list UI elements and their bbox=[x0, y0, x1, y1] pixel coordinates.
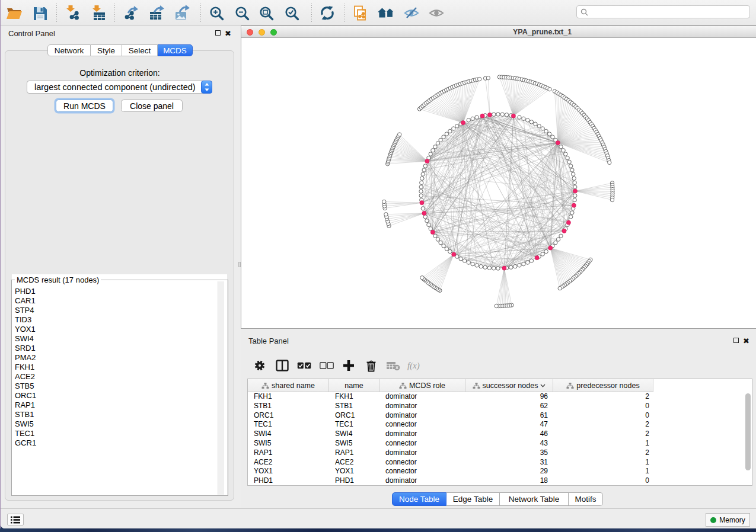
open-file-icon[interactable] bbox=[5, 4, 23, 22]
deselect-all-icon[interactable] bbox=[318, 358, 336, 373]
search-input[interactable] bbox=[588, 8, 736, 16]
result-node-item[interactable]: FKH1 bbox=[15, 363, 36, 372]
tab-style[interactable]: Style bbox=[91, 44, 122, 56]
export-table-icon[interactable] bbox=[148, 4, 165, 22]
zoom-fit-icon[interactable] bbox=[257, 4, 275, 22]
node-table[interactable]: shared namename MCDS role successor node… bbox=[247, 379, 752, 486]
save-session-icon[interactable] bbox=[31, 4, 49, 22]
tab-motifs[interactable]: Motifs bbox=[569, 492, 603, 506]
cell-successor_nodes: 61 bbox=[465, 411, 548, 421]
tab-mcds[interactable]: MCDS bbox=[158, 44, 193, 56]
table-row[interactable]: ACE2ACE2connector311 bbox=[248, 458, 752, 467]
table-row[interactable]: TEC1TEC1connector472 bbox=[248, 420, 752, 430]
network-view[interactable] bbox=[241, 39, 756, 329]
column-header-MCDS-role[interactable]: MCDS role bbox=[379, 379, 465, 392]
zoom-traffic-light[interactable] bbox=[270, 29, 277, 36]
import-table-icon[interactable] bbox=[90, 4, 108, 22]
close-panel-button[interactable]: Close panel bbox=[121, 100, 183, 112]
cell-name: RAP1 bbox=[335, 448, 379, 458]
table-row[interactable]: STB1STB1dominator620 bbox=[248, 402, 752, 411]
column-header-shared-name[interactable]: shared name bbox=[248, 379, 329, 392]
cell-name: PHD1 bbox=[335, 476, 379, 486]
control-panel-float-button[interactable] bbox=[215, 30, 221, 36]
clone-network-icon[interactable] bbox=[352, 4, 369, 22]
cell-mcds_role: dominator bbox=[385, 392, 465, 402]
zoom-in-icon[interactable] bbox=[208, 4, 225, 22]
result-node-item[interactable]: SRD1 bbox=[15, 344, 36, 353]
tab-network[interactable]: Network bbox=[47, 44, 91, 56]
hide-selected-icon[interactable] bbox=[403, 4, 420, 22]
memory-button[interactable]: Memory bbox=[706, 513, 750, 527]
task-history-button[interactable] bbox=[7, 514, 24, 525]
cell-name: ORC1 bbox=[335, 411, 379, 421]
table-row[interactable]: YOX1YOX1connector291 bbox=[248, 467, 752, 476]
tab-select[interactable]: Select bbox=[122, 44, 158, 56]
columns-icon[interactable] bbox=[273, 358, 291, 373]
table-row[interactable]: RAP1RAP1dominator352 bbox=[248, 448, 752, 458]
result-node-item[interactable]: ACE2 bbox=[15, 372, 36, 382]
show-all-icon[interactable] bbox=[377, 4, 395, 22]
result-node-item[interactable]: PHD1 bbox=[15, 287, 36, 296]
cell-successor_nodes: 29 bbox=[465, 467, 548, 476]
result-node-item[interactable]: TEC1 bbox=[15, 429, 36, 438]
tab-node-table[interactable]: Node Table bbox=[392, 492, 446, 506]
refresh-icon[interactable] bbox=[318, 4, 336, 22]
network-window-titlebar[interactable]: YPA_prune.txt_1 bbox=[241, 26, 756, 38]
import-network-icon[interactable] bbox=[64, 4, 82, 22]
cell-predecessor_nodes: 2 bbox=[553, 420, 649, 430]
column-header-successor-nodes[interactable]: successor nodes bbox=[465, 379, 553, 392]
close-traffic-light[interactable] bbox=[247, 29, 253, 36]
export-image-icon[interactable] bbox=[173, 4, 191, 22]
show-hidden-icon[interactable] bbox=[428, 4, 445, 22]
result-node-item[interactable]: STP4 bbox=[15, 306, 36, 315]
settings-icon[interactable] bbox=[251, 358, 269, 373]
search-box[interactable] bbox=[576, 5, 750, 18]
cell-predecessor_nodes: 1 bbox=[553, 439, 649, 448]
result-node-item[interactable]: YOX1 bbox=[15, 325, 36, 334]
table-scrollbar[interactable] bbox=[745, 393, 751, 470]
table-panel-close-button[interactable]: ✖ bbox=[743, 338, 749, 344]
table-row[interactable]: SWI4SWI4dominator462 bbox=[248, 430, 752, 439]
result-node-item[interactable]: GCR1 bbox=[15, 438, 36, 448]
table-row[interactable]: SWI5SWI5connector431 bbox=[248, 439, 752, 448]
toolbar-separator bbox=[344, 4, 344, 22]
result-node-item[interactable]: STB1 bbox=[15, 410, 36, 419]
cell-shared_name: ORC1 bbox=[254, 411, 329, 421]
select-all-icon[interactable] bbox=[295, 358, 313, 373]
result-node-item[interactable]: RAP1 bbox=[15, 400, 36, 410]
run-mcds-button[interactable]: Run MCDS bbox=[56, 100, 113, 112]
export-network-icon[interactable] bbox=[122, 4, 140, 22]
cell-name: SWI4 bbox=[335, 430, 379, 439]
minimize-traffic-light[interactable] bbox=[259, 29, 265, 36]
criterion-dropdown[interactable]: largest connected component (undirected) bbox=[27, 81, 212, 94]
zoom-selected-icon[interactable] bbox=[283, 4, 301, 22]
table-row[interactable]: ORC1ORC1dominator610 bbox=[248, 411, 752, 421]
result-list-scrollbar[interactable] bbox=[218, 281, 224, 495]
zoom-out-icon[interactable] bbox=[233, 4, 251, 22]
toolbar-separator bbox=[114, 4, 115, 22]
result-node-item[interactable]: STB5 bbox=[15, 382, 36, 391]
table-panel-float-button[interactable] bbox=[733, 338, 739, 343]
result-node-item[interactable]: PMA2 bbox=[15, 353, 36, 363]
result-node-item[interactable]: SWI5 bbox=[15, 419, 36, 429]
main-toolbar bbox=[1, 0, 756, 25]
control-panel-close-button[interactable]: ✖ bbox=[225, 30, 231, 37]
result-node-item[interactable]: ORC1 bbox=[15, 391, 36, 400]
tab-network-table[interactable]: Network Table bbox=[500, 492, 569, 506]
cell-successor_nodes: 31 bbox=[465, 458, 548, 467]
delete-icon[interactable] bbox=[362, 358, 380, 373]
cell-name: SWI5 bbox=[335, 439, 379, 448]
mcds-result-list[interactable] bbox=[12, 274, 227, 495]
tab-edge-table[interactable]: Edge Table bbox=[446, 492, 500, 506]
result-node-item[interactable]: TID3 bbox=[15, 315, 36, 325]
result-node-item[interactable]: SWI4 bbox=[15, 334, 36, 344]
result-node-item[interactable]: CAR1 bbox=[15, 296, 36, 306]
column-header-predecessor-nodes[interactable]: predecessor nodes bbox=[553, 379, 653, 392]
table-row[interactable]: PHD1PHD1dominator180 bbox=[248, 476, 752, 486]
add-icon[interactable] bbox=[340, 358, 358, 373]
cell-shared_name: PHD1 bbox=[254, 476, 329, 486]
cell-shared_name: FKH1 bbox=[254, 392, 329, 402]
sort-descending-icon bbox=[540, 384, 546, 387]
table-row[interactable]: FKH1FKH1dominator962 bbox=[248, 392, 752, 402]
column-header-name[interactable]: name bbox=[329, 379, 379, 392]
